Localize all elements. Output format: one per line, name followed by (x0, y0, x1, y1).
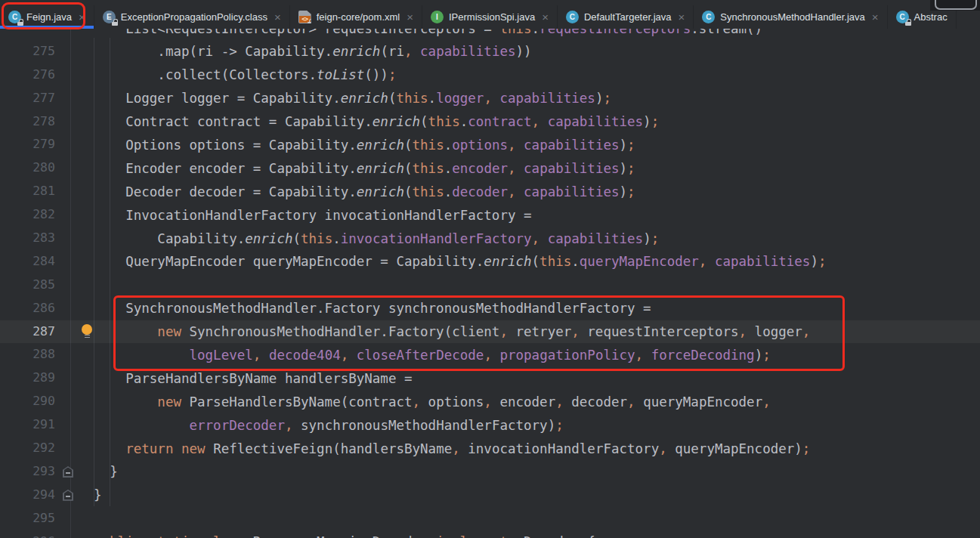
tab-exceptionpropagationpolicy-class[interactable]: EExceptionPropagationPolicy.class× (94, 5, 290, 29)
code-text[interactable]: Encoder encoder = Capability.enrich(this… (78, 156, 635, 177)
code-line-289[interactable]: 289 ParseHandlersByName handlersByName = (0, 366, 980, 390)
code-line-277[interactable]: 277 Logger logger = Capability.enrich(th… (0, 87, 980, 110)
gutter-line-number[interactable]: 282 (0, 203, 70, 221)
close-tab-icon[interactable]: × (679, 11, 685, 23)
code-text[interactable]: return new ReflectiveFeign(handlersByNam… (78, 437, 810, 457)
code-line-282[interactable]: 282 InvocationHandlerFactory invocationH… (0, 203, 980, 227)
floating-widget (930, 0, 980, 11)
pom-file-icon (298, 11, 311, 23)
code-line-295[interactable]: 295 (0, 507, 980, 530)
gutter-line-number[interactable]: 292 (0, 437, 70, 455)
code-line-281[interactable]: 281 Decoder decoder = Capability.enrich(… (0, 180, 980, 203)
gutter-line-number[interactable]: 294 (0, 484, 70, 502)
code-line-280[interactable]: 280 Encoder encoder = Capability.enrich(… (0, 156, 980, 180)
gutter-line-number[interactable]: 277 (0, 87, 70, 105)
gutter-line-number[interactable]: 290 (0, 390, 70, 408)
lock-icon (112, 19, 118, 26)
gutter-line-number[interactable]: 286 (0, 297, 70, 315)
intention-lightbulb-icon[interactable] (82, 324, 92, 339)
gutter-line-number[interactable]: 293 (0, 460, 70, 478)
code-text[interactable]: Contract contract = Capability.enrich(th… (78, 110, 659, 131)
code-text[interactable]: Decoder decoder = Capability.enrich(this… (78, 180, 635, 200)
gutter-line-number[interactable]: 285 (0, 274, 70, 292)
collapse-fold-icon[interactable] (63, 490, 73, 501)
tab-label: Feign.java (26, 11, 72, 23)
tab-synchronousmethodhandler-java[interactable]: CSynchronousMethodHandler.java× (694, 5, 887, 29)
code-editor[interactable]: List<RequestInterceptor> requestIntercep… (0, 29, 980, 538)
close-tab-icon[interactable]: × (407, 11, 413, 23)
class-file-icon: C (8, 11, 21, 23)
gutter-line-number[interactable]: 287 (0, 320, 70, 339)
collapse-fold-icon[interactable] (63, 466, 73, 478)
code-text[interactable]: SynchronousMethodHandler.Factory synchro… (78, 297, 651, 317)
gutter-line-number[interactable]: 275 (0, 40, 70, 58)
close-tab-icon[interactable]: × (872, 11, 879, 23)
tab-label: Abstrac (914, 11, 948, 23)
code-text[interactable]: QueryMapEncoder queryMapEncoder = Capabi… (78, 250, 826, 271)
code-line-278[interactable]: 278 Contract contract = Capability.enric… (0, 110, 980, 134)
gutter-line-number[interactable]: 280 (0, 156, 70, 175)
code-line-293[interactable]: 293 } (0, 460, 980, 484)
code-line-279[interactable]: 279 Options options = Capability.enrich(… (0, 133, 980, 156)
code-line-286[interactable]: 286 SynchronousMethodHandler.Factory syn… (0, 297, 980, 320)
code-text[interactable]: } (78, 484, 102, 504)
close-tab-icon[interactable]: × (542, 11, 549, 23)
code-line-283[interactable]: 283 Capability.enrich(this.invocationHan… (0, 227, 980, 250)
lock-icon (17, 19, 23, 26)
tab-feign-core-pom-xml[interactable]: feign-core/pom.xml× (290, 5, 422, 29)
tab-label: feign-core/pom.xml (317, 11, 400, 23)
class-file-icon: C (702, 11, 715, 23)
gutter-line-number[interactable]: 283 (0, 227, 70, 245)
code-line-287[interactable]: 287 new SynchronousMethodHandler.Factory… (0, 320, 980, 344)
code-text[interactable]: new ParseHandlersByName(contract, option… (78, 390, 771, 410)
gutter-line-number[interactable]: 278 (0, 110, 70, 128)
code-line-290[interactable]: 290 new ParseHandlersByName(contract, op… (0, 390, 980, 413)
code-line-291[interactable]: 291 errorDecoder, synchronousMethodHandl… (0, 413, 980, 437)
code-text[interactable]: InvocationHandlerFactory invocationHandl… (78, 203, 532, 224)
code-text[interactable]: logLevel, decode404, closeAfterDecode, p… (78, 343, 771, 363)
code-line-284[interactable]: 284 QueryMapEncoder queryMapEncoder = Ca… (0, 250, 980, 274)
gutter-line-number[interactable]: 281 (0, 180, 70, 198)
gutter-line-number[interactable]: 289 (0, 366, 70, 385)
code-text[interactable]: List<RequestInterceptor> requestIntercep… (78, 29, 762, 37)
tab-label: DefaultTargeter.java (584, 11, 672, 23)
code-line-285[interactable]: 285 (0, 274, 980, 297)
code-text[interactable]: .map(ri -> Capability.enrich(ri, capabil… (78, 40, 532, 60)
code-text[interactable]: Capability.enrich(this.invocationHandler… (78, 227, 659, 247)
enum-file-icon: E (103, 11, 116, 23)
lock-icon (308, 19, 314, 26)
tab-label: SynchronousMethodHandler.java (720, 11, 865, 23)
tab-label: IPermissionSpi.java (449, 11, 535, 23)
code-line-276[interactable]: 276 .collect(Collectors.toList()); (0, 63, 980, 87)
tab-ipermissionspi-java[interactable]: IIPermissionSpi.java× (422, 5, 558, 29)
code-text[interactable]: .collect(Collectors.toList()); (78, 63, 396, 84)
close-tab-icon[interactable]: × (274, 11, 281, 23)
code-text[interactable]: } (78, 460, 118, 481)
tab-label: ExceptionPropagationPolicy.class (121, 11, 267, 23)
close-tab-icon[interactable]: × (79, 11, 85, 23)
code-line-294[interactable]: 294 } (0, 484, 980, 507)
tab-feign-java[interactable]: CFeign.java× (0, 5, 94, 29)
gutter-line-number[interactable]: 284 (0, 250, 70, 268)
code-text[interactable]: ParseHandlersByName handlersByName = (78, 366, 413, 387)
code-line-288[interactable]: 288 logLevel, decode404, closeAfterDecod… (0, 343, 980, 366)
code-text[interactable]: public static class ResponseMappingDecod… (78, 530, 595, 538)
gutter-line-number[interactable]: 279 (0, 133, 70, 151)
code-line[interactable]: List<RequestInterceptor> requestIntercep… (0, 29, 980, 40)
gutter-line-number[interactable]: 291 (0, 413, 70, 431)
code-text[interactable]: errorDecoder, synchronousMethodHandlerFa… (78, 413, 564, 434)
code-text[interactable]: new SynchronousMethodHandler.Factory(cli… (78, 320, 810, 341)
gutter-line-number[interactable]: 276 (0, 63, 70, 82)
tab-defaulttargeter-java[interactable]: CDefaultTargeter.java× (558, 5, 694, 29)
code-line-296[interactable]: 296 public static class ResponseMappingD… (0, 530, 980, 538)
gutter-line-number[interactable]: 288 (0, 343, 70, 361)
editor-tab-bar: CFeign.java×EExceptionPropagationPolicy.… (0, 0, 980, 29)
code-text[interactable]: Logger logger = Capability.enrich(this.l… (78, 87, 611, 107)
code-line-292[interactable]: 292 return new ReflectiveFeign(handlersB… (0, 437, 980, 460)
code-line-275[interactable]: 275 .map(ri -> Capability.enrich(ri, cap… (0, 40, 980, 63)
ide-window: CFeign.java×EExceptionPropagationPolicy.… (0, 0, 980, 538)
code-text[interactable]: Options options = Capability.enrich(this… (78, 133, 635, 153)
gutter-line-number[interactable]: 296 (0, 530, 70, 538)
class-file-icon: C (896, 11, 909, 23)
gutter-line-number[interactable]: 295 (0, 507, 70, 525)
